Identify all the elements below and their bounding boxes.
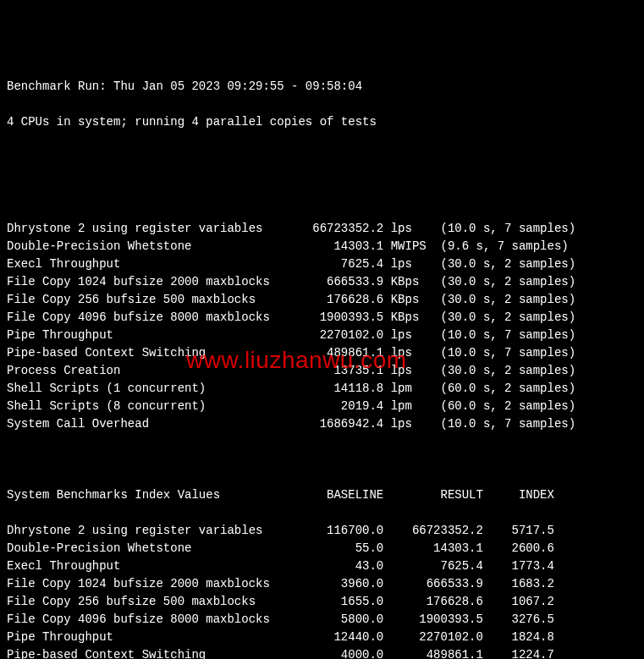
index-row: Dhrystone 2 using register variables 116… <box>7 522 637 540</box>
results-block: Dhrystone 2 using register variables 667… <box>7 220 637 433</box>
result-row: Execl Throughput 7625.4 lps (30.0 s, 2 s… <box>7 255 637 273</box>
benchmark-run-header: Benchmark Run: Thu Jan 05 2023 09:29:55 … <box>7 78 637 96</box>
index-row: Execl Throughput 43.0 7625.4 1773.4 <box>7 557 637 575</box>
index-row: Double-Precision Whetstone 55.0 14303.1 … <box>7 540 637 557</box>
result-row: Shell Scripts (1 concurrent) 14118.8 lpm… <box>7 380 637 398</box>
index-row: File Copy 256 bufsize 500 maxblocks 1655… <box>7 593 637 611</box>
result-row: Shell Scripts (8 concurrent) 2019.4 lpm … <box>7 398 637 415</box>
result-row: File Copy 256 bufsize 500 maxblocks 1766… <box>7 291 637 309</box>
result-row: System Call Overhead 1686942.4 lps (10.0… <box>7 415 637 433</box>
result-row: Pipe Throughput 2270102.0 lps (10.0 s, 7… <box>7 327 637 344</box>
result-row: Dhrystone 2 using register variables 667… <box>7 220 637 238</box>
index-block: Dhrystone 2 using register variables 116… <box>7 522 637 659</box>
cpu-info: 4 CPUs in system; running 4 parallel cop… <box>7 113 637 131</box>
result-row: File Copy 4096 bufsize 8000 maxblocks 19… <box>7 309 637 327</box>
index-header: System Benchmarks Index Values BASELINE … <box>7 486 637 504</box>
index-row: File Copy 1024 bufsize 2000 maxblocks 39… <box>7 575 637 593</box>
blank-line <box>7 149 637 167</box>
result-row: Process Creation 13735.1 lps (30.0 s, 2 … <box>7 362 637 380</box>
index-row: Pipe Throughput 12440.0 2270102.0 1824.8 <box>7 629 637 646</box>
result-row: File Copy 1024 bufsize 2000 maxblocks 66… <box>7 273 637 291</box>
result-row: Pipe-based Context Switching 489861.1 lp… <box>7 344 637 362</box>
index-row: File Copy 4096 bufsize 8000 maxblocks 58… <box>7 611 637 629</box>
index-row: Pipe-based Context Switching 4000.0 4898… <box>7 646 637 659</box>
blank-line <box>7 451 637 469</box>
result-row: Double-Precision Whetstone 14303.1 MWIPS… <box>7 238 637 255</box>
blank-line <box>7 184 637 202</box>
